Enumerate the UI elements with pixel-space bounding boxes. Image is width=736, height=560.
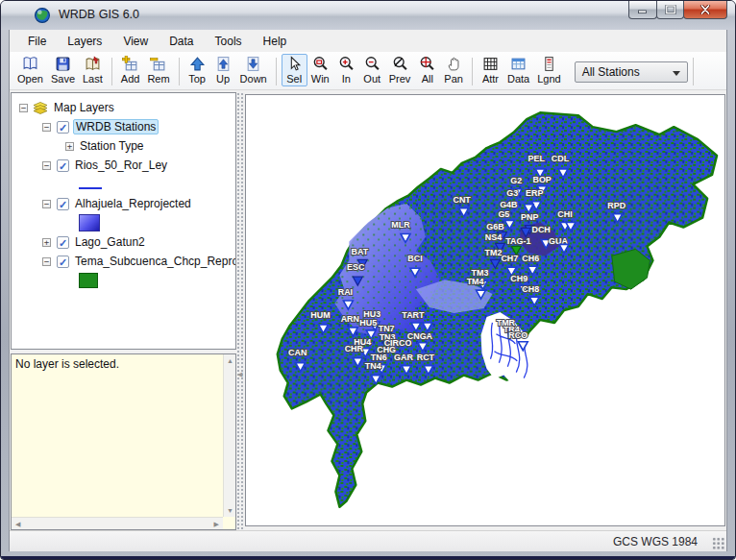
info-horizontal-scrollbar[interactable]: ◀ ▶ xyxy=(12,517,223,529)
move-up-icon xyxy=(215,56,232,72)
close-button[interactable] xyxy=(683,1,727,19)
chevron-down-icon xyxy=(673,71,680,76)
station-label-pel: PEL xyxy=(527,154,545,163)
toolbar-button-in[interactable]: In xyxy=(333,54,359,86)
tree-expander[interactable]: + xyxy=(42,238,51,247)
toolbar-button-data[interactable]: Data xyxy=(503,54,533,86)
toolbar-button-sel[interactable]: Sel xyxy=(282,54,307,86)
layer-node-wrdb-stations[interactable]: WRDB Stations xyxy=(73,119,159,134)
toolbar-button-label: Win xyxy=(311,73,330,85)
station-label-ch7: CH7 xyxy=(501,254,518,263)
toolbar-button-top[interactable]: Top xyxy=(184,54,210,86)
minimize-button[interactable] xyxy=(628,1,657,19)
station-label-g4b: G4B xyxy=(500,200,518,209)
scroll-right-icon[interactable]: ▶ xyxy=(214,521,219,528)
station-label-ns4: NS4 xyxy=(485,232,502,242)
layer-checkbox-alhajuela-reprojected[interactable]: ✓ xyxy=(57,198,69,210)
toolbar-button-label: Prev xyxy=(389,73,411,85)
tree-row: −✓Tema_Subcuenca_Chcp_Reproj xyxy=(12,252,235,271)
layer-node-tema-subcuenca-chcp-reproj[interactable]: Tema_Subcuenca_Chcp_Reproj xyxy=(75,255,236,268)
station-filter-dropdown[interactable]: All Stations xyxy=(575,61,688,83)
layer-node-station-type[interactable]: Station Type xyxy=(80,139,144,153)
menu-file[interactable]: File xyxy=(17,31,57,52)
zoom-previous-icon xyxy=(392,56,408,72)
toolbar-button-all[interactable]: All xyxy=(414,54,440,86)
station-label-g2: G2 xyxy=(510,176,522,185)
toolbar-separator xyxy=(179,58,180,85)
toolbar-button-label: Last xyxy=(83,73,103,85)
scroll-left-icon[interactable]: ◀ xyxy=(15,521,20,528)
toolbar-button-pan[interactable]: Pan xyxy=(440,54,467,86)
toolbar-button-label: Pan xyxy=(444,73,463,85)
station-label-mlr: MLR xyxy=(391,220,410,230)
vertical-splitter[interactable]: ◀ xyxy=(236,92,245,530)
station-label-pnp: PNP xyxy=(521,212,538,222)
toolbar-button-save[interactable]: Save xyxy=(47,54,79,86)
menu-data[interactable]: Data xyxy=(159,31,204,52)
station-label-bat: BAT xyxy=(351,247,368,256)
tree-row: +✓Lago_Gatun2 xyxy=(12,232,235,252)
toolbar-separator xyxy=(276,58,277,85)
toolbar-button-add[interactable]: Add xyxy=(117,54,144,86)
station-label-chr: CHR xyxy=(345,344,364,353)
toolbar-button-label: Attr xyxy=(482,73,499,85)
station-label-hum: HUM xyxy=(310,310,330,320)
layer-node-lago-gatun2[interactable]: Lago_Gatun2 xyxy=(75,235,145,249)
toolbar-button-prev[interactable]: Prev xyxy=(385,54,415,86)
window-controls xyxy=(629,1,727,19)
layer-checkbox-wrdb-stations[interactable]: ✓ xyxy=(57,121,69,134)
tree-row: −Map Layers xyxy=(12,98,235,117)
tree-row xyxy=(12,271,235,290)
station-label-tm4: TM4 xyxy=(467,277,484,286)
tree-expander[interactable]: − xyxy=(42,200,51,208)
toolbar-button-attr[interactable]: Attr xyxy=(478,54,503,86)
tree-expander[interactable]: − xyxy=(42,161,51,170)
zoom-in-icon xyxy=(338,56,355,72)
titlebar[interactable]: WRDB GIS 6.0 xyxy=(1,1,735,30)
layer-node-alhajuela-reprojected[interactable]: Alhajuela_Reprojected xyxy=(75,197,191,210)
menu-view[interactable]: View xyxy=(112,31,159,52)
layer-checkbox-rios-50-ror-ley[interactable]: ✓ xyxy=(57,159,69,172)
toolbar-button-last[interactable]: Last xyxy=(79,54,107,86)
resize-grip-icon[interactable] xyxy=(712,537,724,549)
layer-info-text: No layer is selected. xyxy=(15,357,119,371)
station-label-rct: RCT xyxy=(417,353,435,362)
station-label-tart: TART xyxy=(402,310,425,320)
tree-expander[interactable]: − xyxy=(42,123,51,132)
last-session-icon xyxy=(85,56,101,72)
zoom-out-icon xyxy=(364,56,380,72)
station-label-g5: G5 xyxy=(498,209,509,219)
tree-expander[interactable]: − xyxy=(42,257,51,266)
info-vertical-scrollbar[interactable]: ▲ ▼ xyxy=(223,354,235,517)
app-globe-icon xyxy=(34,7,51,24)
toolbar: OpenSaveLastAddRemTopUpDownSelWinInOutPr… xyxy=(10,52,726,90)
toolbar-button-out[interactable]: Out xyxy=(359,54,385,86)
open-book-icon xyxy=(22,56,38,72)
scroll-up-icon[interactable]: ▲ xyxy=(227,357,233,364)
select-cursor-icon xyxy=(286,56,303,72)
tree-expander[interactable]: + xyxy=(65,142,74,151)
scroll-down-icon[interactable]: ▼ xyxy=(227,507,233,514)
add-layer-icon xyxy=(122,56,138,72)
toolbar-button-win[interactable]: Win xyxy=(307,54,333,86)
toolbar-button-open[interactable]: Open xyxy=(13,54,47,86)
map-view[interactable]: PELCDLG2BOPG3ERPCNTG4BG5PNPCHIRPDMLRG6BN… xyxy=(245,94,725,526)
data-table-icon xyxy=(510,56,527,72)
station-label-cnt: CNT xyxy=(453,195,471,205)
toolbar-button-lgnd[interactable]: Lgnd xyxy=(533,54,564,86)
tree-expander[interactable]: − xyxy=(19,104,28,112)
layer-checkbox-tema-subcuenca-chcp-reproj[interactable]: ✓ xyxy=(57,256,69,268)
toolbar-button-down[interactable]: Down xyxy=(236,54,271,86)
toolbar-button-label: Rem xyxy=(147,73,169,85)
toolbar-button-up[interactable]: Up xyxy=(210,54,236,86)
menu-tools[interactable]: Tools xyxy=(205,31,253,52)
station-label-bci: BCI xyxy=(407,254,422,263)
tree-row: −✓Rios_50_Ror_Ley xyxy=(12,156,235,175)
toolbar-button-label: Lgnd xyxy=(537,73,560,85)
layer-node-rios-50-ror-ley[interactable]: Rios_50_Ror_Ley xyxy=(75,158,167,172)
maximize-button[interactable] xyxy=(656,1,684,19)
layer-checkbox-lago-gatun2[interactable]: ✓ xyxy=(57,236,69,249)
menu-help[interactable]: Help xyxy=(253,31,298,52)
menu-layers[interactable]: Layers xyxy=(57,31,112,52)
toolbar-button-rem[interactable]: Rem xyxy=(143,54,173,86)
